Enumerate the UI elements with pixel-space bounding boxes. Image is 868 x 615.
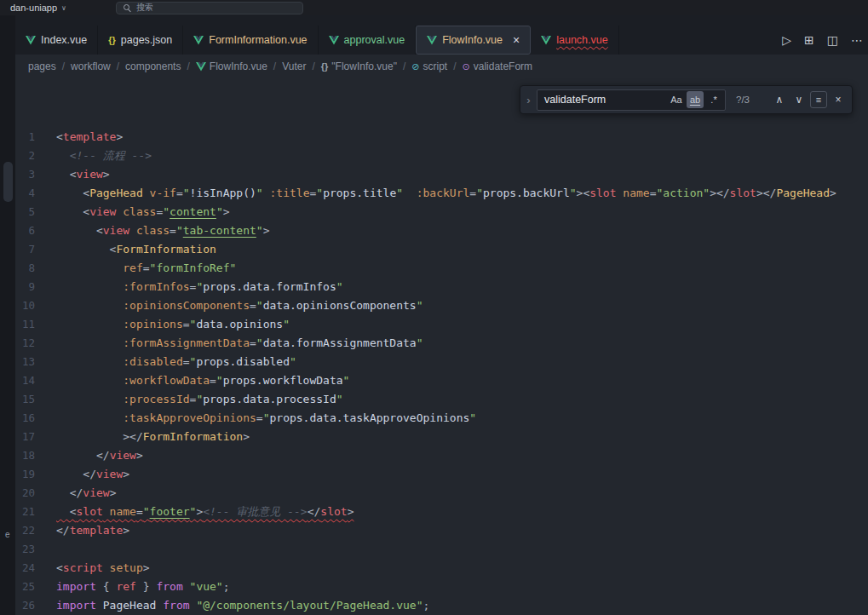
- tab-flowinfo-vue[interactable]: FlowInfo.vue×: [416, 26, 531, 55]
- code-line-content: </view>: [56, 446, 143, 465]
- breadcrumb-item-flowinfo-vue[interactable]: {}"FlowInfo.vue": [321, 60, 397, 72]
- close-icon[interactable]: ×: [513, 34, 520, 46]
- code-line[interactable]: 20 </view>: [15, 484, 868, 503]
- code-line[interactable]: 19 </view>: [15, 465, 868, 484]
- breadcrumb-item-pages[interactable]: pages: [28, 60, 56, 72]
- more-actions-button[interactable]: ⋯: [851, 33, 863, 47]
- breadcrumb-label: script: [423, 60, 447, 72]
- code-line[interactable]: 6 <view class="tab-content">: [15, 221, 868, 240]
- code-line[interactable]: 12 :formAssignmentData="data.formAssignm…: [15, 334, 868, 353]
- vue-icon: [541, 36, 551, 45]
- open-changes-button[interactable]: ⊞: [804, 33, 814, 47]
- chevron-right-icon: ›: [526, 94, 530, 106]
- breadcrumb-item-script[interactable]: ⊘script: [411, 60, 447, 72]
- code-line[interactable]: 2 <!-- 流程 -->: [15, 147, 868, 165]
- code-line-content: import PageHead from "@/components/layou…: [56, 596, 429, 615]
- code-line[interactable]: 15 :processId="props.data.processId": [15, 390, 868, 409]
- code-line-content: <PageHead v-if="!isInApp()" :title="prop…: [56, 184, 836, 203]
- code-line[interactable]: 3 <view>: [15, 165, 868, 184]
- breadcrumb-item-validateform[interactable]: ⊙validateForm: [462, 60, 532, 72]
- code-line-content: <template>: [56, 128, 123, 147]
- code-line-content: ref="formInfoRef": [56, 259, 236, 278]
- code-line[interactable]: 21 <slot name="footer"><!-- 审批意见 --></sl…: [15, 503, 868, 521]
- code-line[interactable]: 5 <view class="content">: [15, 203, 868, 221]
- tab-forminformation-vue[interactable]: FormInformation.vue: [183, 26, 318, 55]
- code-area[interactable]: 1<template>2 <!-- 流程 -->3 <view>4 <PageH…: [15, 78, 868, 615]
- line-number: 4: [15, 184, 56, 203]
- json-icon: {}: [108, 35, 116, 45]
- line-number: 7: [15, 240, 56, 259]
- tab-approval-vue[interactable]: approval.vue: [319, 26, 417, 55]
- line-number: 23: [15, 540, 56, 559]
- tab-label: approval.vue: [344, 34, 405, 46]
- line-number: 2: [15, 147, 56, 165]
- find-in-selection-button[interactable]: ≡: [810, 91, 827, 108]
- tab-strip: Index.vue{}pages.jsonFormInformation.vue…: [15, 26, 619, 55]
- code-line-content: import { ref } from "vue";: [56, 578, 230, 596]
- line-number: 25: [15, 578, 56, 596]
- breadcrumb-item-components[interactable]: components: [125, 60, 181, 72]
- code-editor[interactable]: › validateForm Aa ab .* ?/3 ∧ ∨ ≡ × 1<te…: [15, 78, 868, 615]
- code-line[interactable]: 26import PageHead from "@/components/lay…: [15, 596, 868, 615]
- line-number: 16: [15, 409, 56, 428]
- code-line-content: :opinionsComponents="data.opinionsCompon…: [56, 296, 423, 315]
- code-line[interactable]: 24<script setup>: [15, 559, 868, 578]
- code-line-content: :processId="props.data.processId": [56, 390, 343, 409]
- run-button[interactable]: ▷: [782, 33, 791, 47]
- tab-launch-vue[interactable]: launch.vue: [531, 26, 618, 55]
- tab-label: FormInformation.vue: [209, 34, 307, 46]
- code-line-content: <view class="tab-content">: [56, 221, 269, 240]
- split-editor-button[interactable]: ◫: [827, 33, 838, 47]
- breadcrumb-item-vuter[interactable]: Vuter: [282, 60, 306, 72]
- symbol-icon: ⊘: [411, 61, 419, 72]
- breadcrumb: pages/workflow/components/FlowInfo.vue/V…: [15, 55, 868, 78]
- close-find-button[interactable]: ×: [830, 91, 847, 108]
- breadcrumb-item-flowinfo-vue[interactable]: FlowInfo.vue: [196, 60, 267, 72]
- breadcrumb-label: workflow: [71, 60, 111, 72]
- find-input[interactable]: validateForm Aa ab .*: [537, 89, 726, 111]
- breadcrumb-separator: /: [62, 60, 65, 72]
- line-number: 11: [15, 315, 56, 334]
- toggle-replace-button[interactable]: ›: [520, 86, 537, 113]
- match-case-button[interactable]: Aa: [668, 91, 685, 108]
- breadcrumb-separator: /: [403, 60, 405, 72]
- tab-index-vue[interactable]: Index.vue: [15, 26, 98, 55]
- code-line[interactable]: 11 :opinions="data.opinions": [15, 315, 868, 334]
- code-line[interactable]: 10 :opinionsComponents="data.opinionsCom…: [15, 296, 868, 315]
- line-number: 15: [15, 390, 56, 409]
- project-menu[interactable]: dan-uniapp ∨: [0, 3, 66, 13]
- code-line[interactable]: 16 :taskApproveOpinions="props.data.task…: [15, 409, 868, 428]
- code-line[interactable]: 22</template>: [15, 521, 868, 540]
- code-line[interactable]: 9 :formInfos="props.data.formInfos": [15, 278, 868, 296]
- search-label: 搜索: [136, 2, 153, 14]
- code-line[interactable]: 1<template>: [15, 128, 868, 147]
- vue-icon: [193, 36, 204, 45]
- code-line[interactable]: 18 </view>: [15, 446, 868, 465]
- regex-button[interactable]: .*: [705, 91, 722, 108]
- previous-match-button[interactable]: ∧: [771, 91, 788, 108]
- sidebar-scroll-handle[interactable]: [3, 162, 13, 202]
- code-line[interactable]: 8 ref="formInfoRef": [15, 259, 868, 278]
- vue-icon: [329, 36, 339, 45]
- breadcrumb-item-workflow[interactable]: workflow: [71, 60, 111, 72]
- breadcrumb-label: FlowInfo.vue: [210, 60, 267, 72]
- code-line-content: <view>: [56, 165, 110, 184]
- code-line-content: <!-- 流程 -->: [56, 147, 152, 165]
- command-center-search[interactable]: 搜索: [116, 2, 303, 14]
- code-line[interactable]: 17 ></FormInformation>: [15, 428, 868, 446]
- line-number: 17: [15, 428, 56, 446]
- next-match-button[interactable]: ∨: [790, 91, 808, 108]
- line-number: 9: [15, 278, 56, 296]
- code-line[interactable]: 25import { ref } from "vue";: [15, 578, 868, 596]
- code-line[interactable]: 4 <PageHead v-if="!isInApp()" :title="pr…: [15, 184, 868, 203]
- code-line-content: :taskApproveOpinions="props.data.taskApp…: [56, 409, 476, 428]
- code-line[interactable]: 7 <FormInformation: [15, 240, 868, 259]
- code-line[interactable]: 13 :disabled="props.disabled": [15, 353, 868, 371]
- tab-label: launch.vue: [556, 34, 607, 46]
- code-line[interactable]: 14 :workflowData="props.workflowData": [15, 371, 868, 390]
- tab-bar: Index.vue{}pages.jsonFormInformation.vue…: [15, 15, 868, 55]
- code-line[interactable]: 23: [15, 540, 868, 559]
- tab-pages-json[interactable]: {}pages.json: [98, 26, 183, 55]
- whole-word-button[interactable]: ab: [687, 91, 704, 108]
- code-line-content: </view>: [56, 484, 116, 503]
